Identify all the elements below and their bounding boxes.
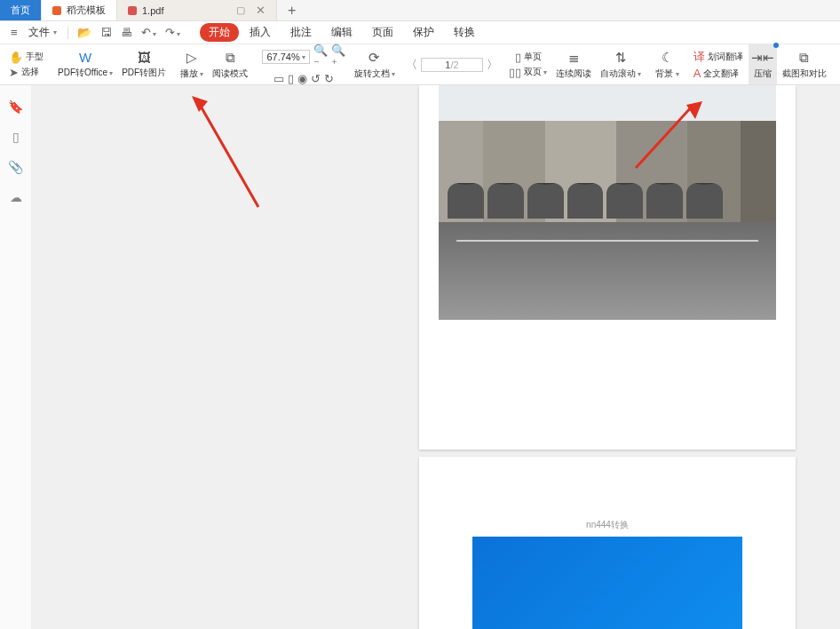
menu-start[interactable]: 开始 [200, 23, 239, 42]
compress-button[interactable]: ⇥⇤ 压缩 [749, 44, 777, 84]
screenshot-icon: ⧉ [799, 50, 809, 66]
page1-image [439, 85, 776, 320]
notification-dot [773, 43, 779, 48]
prev-page-icon[interactable]: 〈 [406, 57, 417, 73]
menu-bar: ≡ 文件 📂 🖫 🖶 ↶ ↷ 开始 插入 批注 编辑 页面 保护 转换 [0, 21, 840, 44]
continuous-icon: ≣ [568, 50, 580, 66]
cursor-icon: ➤ [9, 66, 19, 79]
rotate-doc-button[interactable]: ⟳ 旋转文档 [351, 44, 399, 84]
page2-image [472, 537, 742, 629]
window-icon[interactable]: ▢ [236, 4, 245, 16]
cloud-icon[interactable]: ☁ [10, 190, 22, 204]
play-icon: ▷ [186, 50, 197, 66]
translate-full-icon: A [693, 67, 701, 80]
tab-home[interactable]: 首页 [0, 0, 42, 20]
book-icon: ⧉ [226, 50, 235, 66]
pdf-icon [128, 6, 137, 15]
print-icon[interactable]: 🖶 [117, 26, 136, 39]
word-translate-button[interactable]: 译划词翻译 [693, 49, 743, 65]
word-icon: W [79, 50, 91, 65]
hand-tool[interactable]: ✋手型 [9, 51, 44, 64]
rotate-right-icon[interactable]: ↻ [324, 72, 334, 85]
menu-convert[interactable]: 转换 [445, 23, 484, 42]
ribbon: ✋手型 ➤选择 W PDF转Office 🖼 PDF转图片 ▷ 播放 ⧉ 阅读模… [0, 44, 840, 85]
fit-page-icon[interactable]: ▯ [288, 72, 294, 85]
play-button[interactable]: ▷ 播放 [177, 44, 207, 84]
background-button[interactable]: ☾ 背景 [652, 44, 682, 84]
attachment-icon[interactable]: 📎 [8, 160, 23, 174]
rotate-left-icon[interactable]: ↺ [311, 72, 321, 85]
read-aloud-button[interactable]: 🎙 朗读 [837, 44, 840, 84]
double-page-icon: ▯▯ [509, 66, 521, 79]
fit-width-icon[interactable]: ▭ [273, 72, 284, 85]
select-tool[interactable]: ➤选择 [9, 66, 39, 79]
page-nav: 〈 1/2 〉 [406, 57, 498, 73]
annotation-arrow-1 [192, 96, 263, 211]
continuous-button[interactable]: ≣ 连续阅读 [552, 44, 595, 84]
translate-group: 译划词翻译 A全文翻译 [690, 44, 747, 84]
view-mode-group: ▯单页 ▯▯双页 [505, 44, 551, 84]
zoom-level[interactable]: 67.74% [262, 50, 309, 64]
redo-icon[interactable]: ↷ [162, 26, 184, 39]
auto-scroll-button[interactable]: ⇅ 自动滚动 [597, 44, 645, 84]
tab-file[interactable]: 1.pdf ▢ ✕ [117, 0, 277, 20]
moon-icon: ☾ [662, 50, 673, 66]
page-number[interactable]: 1/2 [421, 58, 483, 72]
single-page-button[interactable]: ▯单页 [515, 51, 542, 64]
full-translate-button[interactable]: A全文翻译 [693, 67, 740, 80]
actual-size-icon[interactable]: ◉ [297, 72, 307, 85]
pdf-to-image-button[interactable]: 🖼 PDF转图片 [118, 44, 170, 84]
bookmark-icon[interactable]: 🔖 [8, 100, 23, 114]
sidebar: 🔖 ▯ 📎 ☁ [0, 85, 32, 629]
next-page-icon[interactable]: 〉 [487, 57, 498, 73]
pdf-to-office-button[interactable]: W PDF转Office [54, 44, 116, 84]
menu-protect[interactable]: 保护 [404, 23, 443, 42]
image-icon: 🖼 [138, 50, 151, 65]
tab-bar: 首页 稻壳模板 1.pdf ▢ ✕ + [0, 0, 840, 21]
tab-home-label: 首页 [11, 4, 30, 17]
separator [67, 27, 68, 39]
menu-insert[interactable]: 插入 [241, 23, 280, 42]
file-menu[interactable]: 文件 [23, 25, 62, 40]
template-icon [52, 6, 61, 15]
open-icon[interactable]: 📂 [74, 26, 95, 39]
pdf-page-2: nn444转换 [419, 457, 796, 629]
read-mode-button[interactable]: ⧉ 阅读模式 [209, 44, 251, 84]
save-icon[interactable]: 🖫 [97, 26, 115, 39]
thumbnail-icon[interactable]: ▯ [12, 130, 20, 144]
menu-page[interactable]: 页面 [363, 23, 402, 42]
mode-group: ✋手型 ➤选择 [5, 44, 47, 84]
menu-icon[interactable]: ≡ [7, 26, 21, 39]
scroll-icon: ⇅ [615, 50, 627, 66]
single-page-icon: ▯ [515, 51, 521, 64]
compress-icon: ⇥⇤ [751, 50, 774, 66]
menu-annotate[interactable]: 批注 [281, 23, 321, 42]
tab-template[interactable]: 稻壳模板 [42, 0, 117, 20]
zoom-in-icon[interactable]: 🔍⁺ [331, 44, 345, 70]
page2-label: nn444转换 [472, 519, 742, 531]
tab-close-icon[interactable]: ✕ [256, 4, 265, 17]
translate-word-icon: 译 [693, 49, 705, 65]
plus-icon: + [288, 3, 296, 19]
hand-icon: ✋ [9, 51, 23, 64]
zoom-group: 67.74% 🔍⁻ 🔍⁺ ▭ ▯ ◉ ↺ ↻ [258, 44, 348, 84]
undo-icon[interactable]: ↶ [138, 26, 160, 39]
tab-template-label: 稻壳模板 [67, 4, 106, 17]
double-page-button[interactable]: ▯▯双页 [509, 66, 547, 79]
file-menu-label: 文件 [28, 25, 50, 40]
svg-marker-0 [192, 96, 208, 112]
main-area: 🔖 ▯ 📎 ☁ nn444转换 [0, 85, 840, 629]
tab-file-label: 1.pdf [142, 5, 163, 16]
menu-edit[interactable]: 编辑 [322, 23, 361, 42]
zoom-out-icon[interactable]: 🔍⁻ [313, 44, 328, 70]
document-canvas[interactable]: nn444转换 [32, 85, 840, 629]
screenshot-compare-button[interactable]: ⧉ 截图和对比 [779, 44, 830, 84]
rotate-doc-icon: ⟳ [368, 50, 380, 66]
pdf-page-1 [419, 85, 796, 450]
new-tab-button[interactable]: + [277, 0, 306, 20]
